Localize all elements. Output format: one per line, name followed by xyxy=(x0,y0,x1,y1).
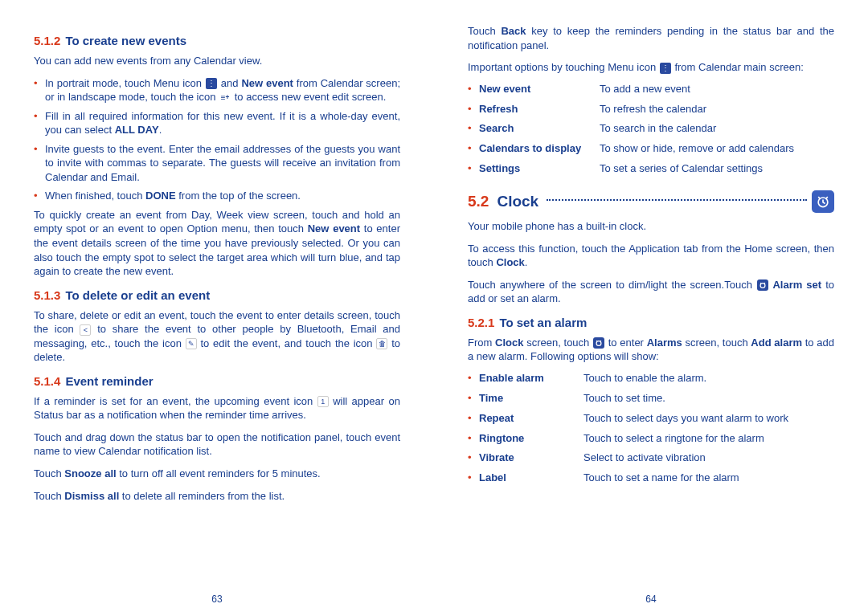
option-desc: To show or hide, remove or add calendars xyxy=(600,142,834,156)
option-desc: Touch to enable the alarm. xyxy=(583,372,834,386)
bullet-icon: • xyxy=(468,432,479,446)
option-row: •RingtoneTouch to select a ringtone for … xyxy=(468,432,834,446)
heading-title: Clock xyxy=(497,193,538,210)
bullet-icon: • xyxy=(468,83,479,96)
delete-icon: 🗑 xyxy=(376,338,387,349)
option-desc: To refresh the calendar xyxy=(600,103,834,116)
list-item: • Invite guests to the event. Enter the … xyxy=(34,142,400,185)
page-right: Touch Back key to keep the reminders pen… xyxy=(434,0,868,616)
heading-title: To delete or edit an event xyxy=(65,288,210,302)
option-row: •VibrateSelect to activate vibration xyxy=(468,451,834,465)
bullet-icon: • xyxy=(468,162,479,176)
paragraph: Touch anywhere of the screen to dim/ligh… xyxy=(468,278,834,306)
option-row: •Calendars to displayTo show or hide, re… xyxy=(468,142,834,156)
heading-5-1-3: 5.1.3To delete or edit an event xyxy=(34,288,400,302)
page-number: 64 xyxy=(434,594,868,605)
option-label: Label xyxy=(479,471,583,485)
edit-icon: ✎ xyxy=(186,338,197,349)
bullet-icon: • xyxy=(34,109,45,137)
bullet-icon: • xyxy=(468,103,479,116)
option-row: •RepeatTouch to select days you want ala… xyxy=(468,412,834,426)
menu-icon: ⋮ xyxy=(660,63,671,74)
option-row: •SearchTo search in the calendar xyxy=(468,122,834,136)
bullet-icon: • xyxy=(468,372,479,386)
list-item: • When finished, touch DONE from the top… xyxy=(34,189,400,203)
heading-num: 5.1.4 xyxy=(34,374,60,388)
heading-5-2-1: 5.2.1To set an alarm xyxy=(468,316,834,329)
list-item: • Fill in all required information for t… xyxy=(34,109,400,137)
heading-5-1-4: 5.1.4Event reminder xyxy=(34,374,400,388)
list-text: In portrait mode, touch Menu icon ⋮ and … xyxy=(45,76,400,104)
reminder-icon: 1 xyxy=(317,396,329,407)
bullet-icon: • xyxy=(468,412,479,426)
option-desc: Touch to set a name for the alarm xyxy=(583,471,834,485)
option-label: Repeat xyxy=(479,412,583,426)
option-label: Refresh xyxy=(479,103,600,116)
bullet-icon: • xyxy=(34,76,45,104)
heading-num: 5.2 xyxy=(468,193,489,210)
bullet-icon: • xyxy=(468,142,479,156)
options-list: •Enable alarmTouch to enable the alarm.•… xyxy=(468,372,834,485)
share-icon: < xyxy=(80,324,91,336)
bullet-icon: • xyxy=(468,122,479,136)
heading-5-1-2: 5.1.2To create new events xyxy=(34,34,400,47)
option-desc: Touch to select days you want alarm to w… xyxy=(583,412,834,426)
new-event-icon: ≡+ xyxy=(219,92,231,104)
paragraph: Touch Snooze all to turn off all event r… xyxy=(34,467,400,481)
paragraph: Important options by touching Menu icon … xyxy=(468,60,834,75)
option-row: •LabelTouch to set a name for the alarm xyxy=(468,471,834,485)
option-desc: Touch to select a ringtone for the alarm xyxy=(583,432,834,446)
paragraph: Touch and drag down the status bar to op… xyxy=(34,430,400,459)
heading-title: Event reminder xyxy=(65,374,153,388)
option-label: Calendars to display xyxy=(479,142,600,156)
paragraph: To access this function, touch the Appli… xyxy=(468,242,834,270)
option-label: Ringtone xyxy=(479,432,583,446)
list-text: Fill in all required information for thi… xyxy=(45,109,400,137)
svg-point-2 xyxy=(596,341,601,346)
bullet-icon: • xyxy=(468,392,479,406)
heading-title: To set an alarm xyxy=(499,316,587,329)
option-row: •SettingsTo set a series of Calendar set… xyxy=(468,162,834,176)
bullet-icon: • xyxy=(34,142,45,185)
page-left: 5.1.2To create new events You can add ne… xyxy=(0,0,434,616)
paragraph: To quickly create an event from Day, Wee… xyxy=(34,208,400,279)
paragraph: From Clock screen, touch to enter Alarms… xyxy=(468,336,834,364)
heading-num: 5.1.3 xyxy=(34,288,60,302)
option-label: Vibrate xyxy=(479,451,583,465)
paragraph: To share, delete or edit an event, touch… xyxy=(34,308,400,365)
paragraph: Touch Dismiss all to delete all reminder… xyxy=(34,489,400,504)
option-desc: Touch to set time. xyxy=(583,392,834,406)
option-label: New event xyxy=(479,83,600,96)
bullet-icon: • xyxy=(468,451,479,465)
option-row: •New eventTo add a new event xyxy=(468,83,834,96)
list-text: Invite guests to the event. Enter the em… xyxy=(45,142,400,185)
option-label: Search xyxy=(479,122,600,136)
option-label: Enable alarm xyxy=(479,372,583,386)
heading-num: 5.1.2 xyxy=(34,34,60,47)
paragraph: You can add new events from any Calendar… xyxy=(34,54,400,68)
heading-num: 5.2.1 xyxy=(468,316,494,329)
clock-icon xyxy=(812,190,834,213)
list-text: When finished, touch DONE from the top o… xyxy=(45,189,400,203)
bullet-icon: • xyxy=(468,471,479,485)
option-desc: To search in the calendar xyxy=(600,122,834,136)
paragraph: Your mobile phone has a built-in clock. xyxy=(468,219,834,234)
options-list: •New eventTo add a new event•RefreshTo r… xyxy=(468,83,834,176)
paragraph: Touch Back key to keep the reminders pen… xyxy=(468,24,834,52)
menu-icon: ⋮ xyxy=(206,78,217,89)
bullet-icon: • xyxy=(34,189,45,203)
page-number: 63 xyxy=(0,594,434,605)
heading-5-2: 5.2 Clock xyxy=(468,190,834,213)
alarm-set-icon xyxy=(757,279,768,291)
paragraph: If a reminder is set for an event, the u… xyxy=(34,394,400,422)
option-desc: To add a new event xyxy=(600,83,834,96)
option-row: •RefreshTo refresh the calendar xyxy=(468,103,834,116)
option-label: Settings xyxy=(479,162,600,176)
option-label: Time xyxy=(479,392,583,406)
list-item: • In portrait mode, touch Menu icon ⋮ an… xyxy=(34,76,400,104)
leader-dots xyxy=(547,199,807,201)
option-desc: To set a series of Calendar settings xyxy=(600,162,834,176)
alarm-icon xyxy=(593,337,604,349)
heading-title: To create new events xyxy=(65,34,186,47)
option-row: •TimeTouch to set time. xyxy=(468,392,834,406)
